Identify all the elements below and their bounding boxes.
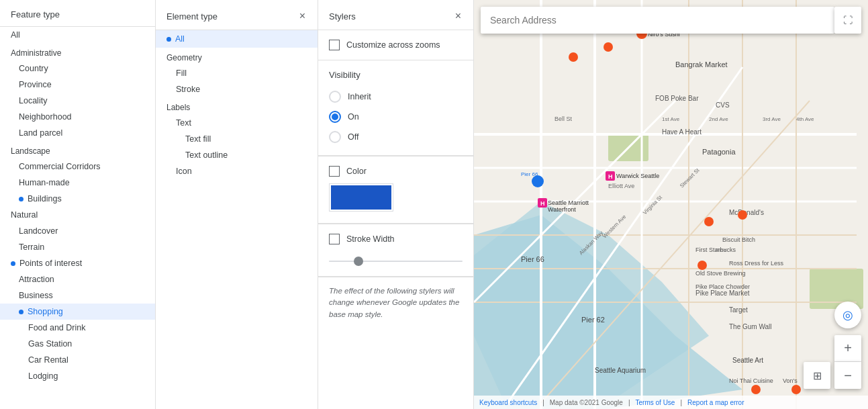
keyboard-shortcuts-link[interactable]: Keyboard shortcuts	[479, 399, 537, 406]
element-label-fill: Fill	[176, 69, 187, 78]
feature-item-human-made[interactable]: Human-made	[0, 175, 155, 191]
feature-item-terrain[interactable]: Terrain	[0, 239, 155, 255]
customize-zooms-checkbox[interactable]	[329, 40, 340, 50]
feature-item-landscape[interactable]: Landscape	[0, 141, 155, 158]
element-item-geometry-group[interactable]: Geometry	[156, 48, 318, 65]
color-label: Color	[346, 167, 367, 176]
stylers-panel: Stylers × Customize across zooms Visibil…	[318, 0, 474, 409]
element-label-text-outline: Text outline	[185, 150, 228, 160]
element-type-panel: Element type × AllGeometryFillStrokeLabe…	[156, 0, 318, 409]
element-label-stroke: Stroke	[176, 85, 200, 94]
feature-label-commercial-corridors: Commercial Corridors	[19, 162, 101, 171]
report-link[interactable]: Report a map error	[687, 399, 744, 406]
visibility-inherit-row[interactable]: Inherit	[329, 91, 463, 103]
footer-separator-1: |	[542, 399, 544, 406]
feature-item-lodging[interactable]: Lodging	[0, 368, 155, 384]
feature-item-car-rental[interactable]: Car Rental	[0, 352, 155, 368]
feature-label-natural: Natural	[11, 210, 38, 220]
stroke-width-section: Stroke Width	[318, 224, 473, 277]
map-footer: Keyboard shortcuts | Map data ©2021 Goog…	[474, 396, 868, 409]
feature-item-food-drink[interactable]: Food and Drink	[0, 320, 155, 336]
zoom-out-button[interactable]: −	[834, 362, 861, 389]
element-label-icon: Icon	[176, 167, 192, 176]
element-item-stroke[interactable]: Stroke	[156, 81, 318, 97]
element-item-icon[interactable]: Icon	[156, 163, 318, 179]
map-canvas[interactable]: Bell St Elliott Ave Alaskan Way 1st Ave …	[474, 0, 868, 409]
element-dot-all	[166, 37, 171, 42]
feature-item-all[interactable]: All	[0, 27, 155, 43]
feature-item-natural[interactable]: Natural	[0, 207, 155, 223]
feature-label-business: Business	[19, 291, 53, 300]
stylers-panel-title: Stylers	[329, 11, 356, 21]
color-swatch-outer[interactable]	[329, 183, 393, 212]
svg-text:Waterfront: Waterfront	[548, 206, 576, 213]
svg-text:CVS: CVS	[716, 101, 730, 109]
svg-text:3rd Ave: 3rd Ave	[763, 116, 781, 122]
feature-item-country[interactable]: Country	[0, 60, 155, 77]
visibility-on-row[interactable]: On	[329, 111, 463, 123]
terms-link[interactable]: Terms of Use	[636, 399, 675, 406]
search-input[interactable]	[490, 15, 825, 26]
color-swatch-container	[329, 183, 463, 214]
feature-item-locality[interactable]: Locality	[0, 93, 155, 109]
stroke-width-slider-container	[329, 251, 463, 267]
visibility-off-radio[interactable]	[329, 131, 341, 143]
svg-point-61	[704, 217, 714, 226]
feature-item-attraction[interactable]: Attraction	[0, 271, 155, 287]
element-item-text-outline[interactable]: Text outline	[156, 147, 318, 163]
svg-text:H: H	[608, 173, 613, 180]
svg-text:Have A Heart: Have A Heart	[662, 128, 702, 136]
feature-item-neighborhood[interactable]: Neighborhood	[0, 109, 155, 125]
color-swatch[interactable]	[331, 185, 391, 210]
visibility-off-row[interactable]: Off	[329, 131, 463, 143]
element-item-text[interactable]: Text	[156, 115, 318, 131]
feature-item-poi[interactable]: Points of interest	[0, 255, 155, 271]
feature-item-business[interactable]: Business	[0, 287, 155, 304]
feature-item-landcover[interactable]: Landcover	[0, 223, 155, 239]
svg-text:Old Stove Brewing: Old Stove Brewing	[695, 270, 746, 277]
svg-text:Warwick Seattle: Warwick Seattle	[616, 173, 659, 179]
svg-point-65	[791, 385, 801, 394]
svg-text:Pier 66: Pier 66	[521, 171, 538, 177]
element-panel-close[interactable]: ×	[298, 9, 307, 23]
feature-item-province[interactable]: Province	[0, 77, 155, 93]
svg-text:Patagonia: Patagonia	[702, 148, 736, 156]
feature-item-buildings[interactable]: Buildings	[0, 191, 155, 207]
svg-text:Ross Dress for Less: Ross Dress for Less	[729, 260, 784, 267]
feature-label-country: Country	[19, 64, 48, 73]
fullscreen-button[interactable]: ⛶	[834, 7, 861, 34]
footer-separator-3: |	[680, 399, 682, 406]
element-label-labels-group: Labels	[166, 103, 190, 112]
feature-label-province: Province	[19, 80, 52, 89]
svg-text:Biscuit Bitch: Biscuit Bitch	[722, 236, 755, 243]
stylers-note: The effect of the following stylers will…	[318, 277, 473, 328]
svg-text:4th Ave: 4th Ave	[796, 116, 814, 122]
my-location-button[interactable]: ◎	[834, 302, 861, 328]
feature-item-commercial-corridors[interactable]: Commercial Corridors	[0, 158, 155, 175]
color-checkbox[interactable]	[329, 166, 340, 177]
element-panel-header: Element type ×	[156, 0, 318, 30]
feature-item-shopping[interactable]: Shopping	[0, 304, 155, 320]
stroke-width-slider[interactable]	[329, 261, 463, 262]
visibility-on-radio[interactable]	[329, 111, 341, 123]
svg-text:Pine: Pine	[716, 247, 727, 253]
visibility-inherit-radio[interactable]	[329, 91, 341, 103]
feature-item-gas-station[interactable]: Gas Station	[0, 336, 155, 352]
svg-text:Target: Target	[729, 306, 748, 314]
feature-dot-shopping	[19, 310, 23, 314]
element-item-fill[interactable]: Fill	[156, 65, 318, 81]
element-item-labels-group[interactable]: Labels	[156, 97, 318, 115]
footer-separator-2: |	[628, 399, 630, 406]
screenshot-button[interactable]: ⊞	[804, 362, 830, 389]
feature-item-land-parcel[interactable]: Land parcel	[0, 125, 155, 141]
map-area: Bell St Elliott Ave Alaskan Way 1st Ave …	[474, 0, 868, 409]
stylers-panel-close[interactable]: ×	[454, 9, 463, 23]
feature-label-land-parcel: Land parcel	[19, 128, 62, 138]
customize-zooms-section: Customize across zooms	[318, 30, 473, 60]
zoom-in-button[interactable]: +	[834, 335, 861, 362]
element-item-text-fill[interactable]: Text fill	[156, 131, 318, 147]
color-header-row: Color	[329, 166, 463, 177]
element-item-all[interactable]: All	[156, 30, 318, 48]
stroke-width-checkbox[interactable]	[329, 234, 340, 244]
feature-item-administrative[interactable]: Administrative	[0, 43, 155, 60]
